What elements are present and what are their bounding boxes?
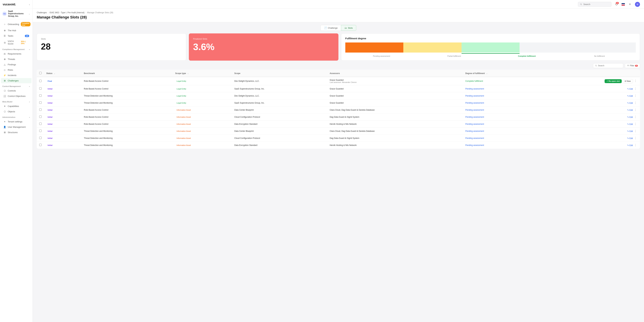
more-options-button[interactable]: ⋮ [634,130,638,132]
more-options-button[interactable]: ⋮ [634,87,638,90]
row-checkbox[interactable] [39,87,42,90]
row-checkbox[interactable] [39,123,42,125]
user-avatar[interactable]: U [635,2,640,7]
breadcrumb: Challenges › ISAE 3402 - Type I, Pre-Aud… [37,12,640,14]
sidebar-item-tenant-settings[interactable]: ≡ Tenant settings [1,119,32,124]
control-section-chevron[interactable]: ⌄ [29,85,30,87]
assessors-cell: Henrik Hosting & Nils Network [327,142,463,149]
edit-button[interactable]: ✎ Edit [627,144,633,147]
global-search-input[interactable] [584,3,609,6]
sidebar-item-findings[interactable]: △ Findings [1,62,32,67]
sidebar-item-control-objectives[interactable]: ⬜ Control Objectives [1,94,32,99]
sidebar-item-tasks[interactable]: ☰ Tasks 14 [1,33,32,39]
sidebar-item-user-management[interactable]: 👤 User Management [1,124,32,130]
meta-section-chevron[interactable]: ⌄ [29,101,30,103]
threats-icon: ⊕ [3,58,6,61]
compliance-section-chevron[interactable]: ⌄ [29,48,30,50]
table-search-input[interactable] [598,65,621,67]
sidebar-item-requirements[interactable]: ⚖ Requirements [1,51,32,56]
row-checkbox[interactable] [39,94,42,97]
more-options-button[interactable]: ⋮ [634,101,638,104]
select-all-checkbox[interactable] [39,72,42,74]
row-checkbox[interactable] [39,130,42,132]
tenant-settings-label: Tenant settings [8,120,22,123]
compliance-section-header: Compliance Management ⌄ [0,47,32,51]
assessors-cell: Dag Data-Guard & Sigrid System [327,114,463,121]
sidebar-item-capabilities[interactable]: ✦ Capabilities [1,104,32,109]
edit-button[interactable]: ✎ Edit [627,130,633,132]
view-button[interactable]: ⊙ View [622,79,633,83]
tab-slots[interactable]: 🗂 Slots [341,25,356,31]
row-checkbox[interactable] [39,144,42,146]
table-search-box[interactable] [593,63,623,68]
objects-label: Objects [8,110,15,113]
sidebar-item-hub[interactable]: ⊕ The Hub [1,28,32,33]
table-body: Final Role-Based Access Control Legal En… [37,77,640,149]
row-checkbox[interactable] [39,80,42,82]
sidebar-item-risks[interactable]: ◇ Risks [1,67,32,73]
sidebar-collapse-button[interactable]: ‹ [29,3,30,6]
row-checkbox[interactable] [39,101,42,104]
sidebar-item-threats[interactable]: ⊕ Threats [1,57,32,62]
finalized-value: 3.6% [193,42,334,52]
edit-button[interactable]: ✎ Edit [627,116,633,118]
assessors-cell: Dag Data-Guard & Sigrid System [327,135,463,142]
tab-challenge[interactable]: 📄 Challenge [320,25,341,31]
org-selector[interactable]: SS SaaS Superstructures Group, Inc. ⌄ [0,9,32,19]
vuca-values: 35% | 34% [21,41,29,45]
more-options-button[interactable]: ⋮ [634,144,638,147]
row-checkbox[interactable] [39,137,42,139]
edit-button[interactable]: ✎ Edit [627,109,633,111]
more-options-button[interactable]: ⋮ [634,108,638,111]
global-search-box[interactable] [578,2,612,7]
sidebar-item-controls[interactable]: ⬡ Controls [1,88,32,93]
language-flag-icon[interactable] [622,3,625,6]
breadcrumb-isae-link[interactable]: ISAE 3402 - Type I, Pre-Audit (Internal) [50,12,84,14]
sidebar-item-vuca[interactable]: ◎ VUCA Score 35% | 34% [1,39,32,46]
sidebar-item-challenges[interactable]: ⊞ Challenges [1,78,32,83]
scope-cell: SaaS Superstructures Group, Inc. [232,85,327,92]
sidebar-item-structures[interactable]: ⊞ Structures [1,130,32,135]
reopen-slot-button[interactable]: ✓ Re-open slot [604,79,622,83]
scope-type-badge: Legal Entity [175,80,188,82]
row-checkbox[interactable] [39,108,42,111]
scope-type-cell: Information Asset [173,135,232,142]
status-column-header[interactable]: Status ⌄ [44,70,82,77]
more-options-button[interactable]: ⋮ [634,137,638,140]
sidebar-item-incidents[interactable]: ⚡ Incidents [1,73,32,78]
more-options-button[interactable]: ⋮ [634,94,638,97]
edit-button[interactable]: ✎ Edit [627,137,633,140]
row-checkbox[interactable] [39,116,42,118]
assessor-sub: Last assessor: Alexander Clemm [330,81,461,83]
scope-type-column-header[interactable]: Scope type ⌄ [173,70,232,77]
more-options-button[interactable]: ⋮ [634,123,638,125]
table-toolbar: Filter 0 [37,63,640,68]
admin-section-chevron[interactable]: ⌄ [29,116,30,118]
fulfillment-bar [345,43,636,53]
benchmark-column-header[interactable]: Benchmark [82,70,173,77]
scope-cell: Data Encryption Standard [232,121,327,128]
structures-icon: ⊞ [3,131,6,134]
filter-button[interactable]: Filter 0 [625,63,640,68]
edit-button[interactable]: ✎ Edit [627,88,633,90]
degree-cell: Pending assessment [463,135,537,142]
sidebar-item-onboarding[interactable]: ○ Onboarding Complete now [1,21,32,28]
scope-column-header[interactable]: Scope [232,70,327,77]
table-section: Filter 0 Status ⌄ Benchm [33,63,644,153]
findings-label: Findings [8,63,16,66]
notifications-button[interactable]: 60 [614,2,619,7]
more-options-button[interactable]: ⋮ [634,116,638,118]
actions-cell: ✎ Edit ⋮ [537,92,640,99]
status-badge: Initial [46,137,54,140]
more-options-button[interactable]: ⋮ [634,79,638,82]
breadcrumb-challenges-link[interactable]: Challenges [37,12,47,14]
edit-button[interactable]: ✎ Edit [627,102,633,104]
sidebar-item-objects[interactable]: ⬡ Objects [1,109,32,114]
add-button[interactable]: + [627,2,632,7]
degree-column-header[interactable]: Degree of fulfillment ⌄ [463,70,537,77]
edit-button[interactable]: ✎ Edit [627,123,633,125]
assessors-column-header[interactable]: Assessors [327,70,463,77]
scope-cell: SaaS Superstructures Group, Inc. [232,99,327,106]
capabilities-icon: ✦ [3,105,6,107]
edit-button[interactable]: ✎ Edit [627,95,633,97]
